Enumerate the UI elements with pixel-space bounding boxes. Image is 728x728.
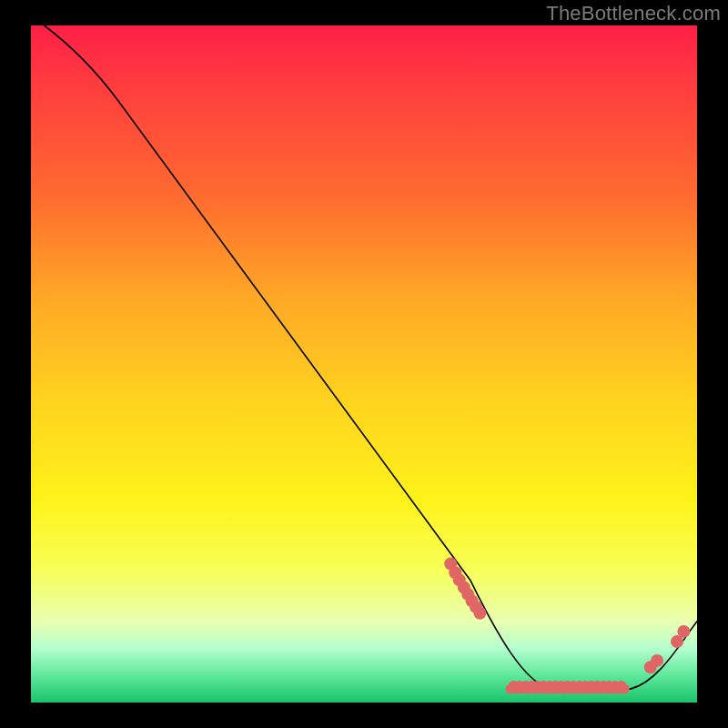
data-point <box>677 625 690 638</box>
watermark-text: TheBottleneck.com <box>546 2 721 25</box>
curve-markers <box>444 558 690 694</box>
data-point <box>651 654 663 667</box>
chart-svg <box>31 25 697 703</box>
chart-frame: TheBottleneck.com <box>0 0 728 728</box>
data-point <box>616 681 626 691</box>
plot-area <box>31 25 697 703</box>
data-point <box>473 607 486 620</box>
bottleneck-curve <box>45 25 697 689</box>
